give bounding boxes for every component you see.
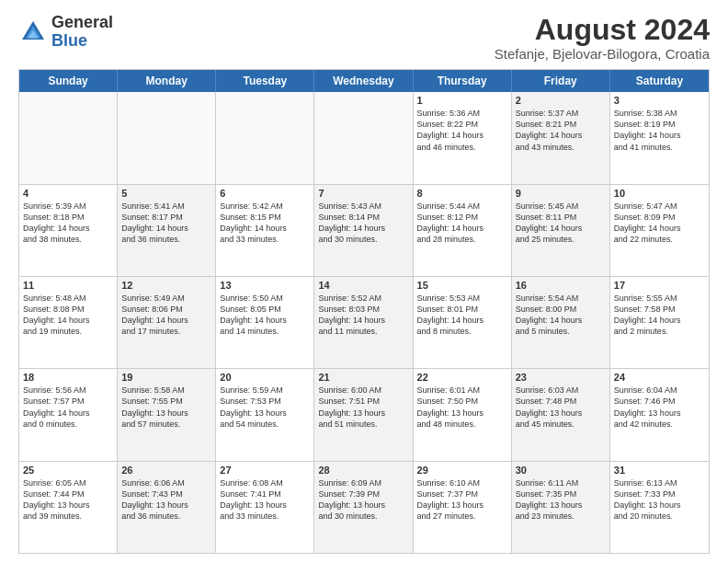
cell-text: Sunrise: 5:36 AM Sunset: 8:22 PM Dayligh… — [417, 108, 507, 153]
page: General Blue August 2024 Stefanje, Bjelo… — [0, 0, 728, 563]
calendar-cell: 8Sunrise: 5:44 AM Sunset: 8:12 PM Daylig… — [414, 185, 512, 276]
logo: General Blue — [18, 14, 113, 51]
calendar-cell: 6Sunrise: 5:42 AM Sunset: 8:15 PM Daylig… — [216, 185, 314, 276]
day-number: 11 — [23, 280, 113, 291]
calendar: SundayMondayTuesdayWednesdayThursdayFrid… — [18, 69, 710, 554]
calendar-cell: 3Sunrise: 5:38 AM Sunset: 8:19 PM Daylig… — [610, 92, 709, 183]
day-number: 22 — [417, 372, 507, 383]
cell-text: Sunrise: 5:37 AM Sunset: 8:21 PM Dayligh… — [516, 108, 606, 153]
day-number: 3 — [614, 95, 705, 106]
day-number: 25 — [23, 465, 113, 476]
day-number: 19 — [121, 372, 211, 383]
day-number: 10 — [614, 188, 705, 199]
logo-text: General Blue — [51, 14, 113, 51]
header-day-sunday: Sunday — [19, 70, 118, 92]
calendar-cell: 10Sunrise: 5:47 AM Sunset: 8:09 PM Dayli… — [610, 185, 709, 276]
cell-text: Sunrise: 5:55 AM Sunset: 7:58 PM Dayligh… — [614, 293, 705, 338]
calendar-cell: 21Sunrise: 6:00 AM Sunset: 7:51 PM Dayli… — [314, 369, 413, 460]
cell-text: Sunrise: 6:01 AM Sunset: 7:50 PM Dayligh… — [417, 385, 507, 430]
calendar-row-4: 18Sunrise: 5:56 AM Sunset: 7:57 PM Dayli… — [19, 369, 709, 461]
calendar-cell: 16Sunrise: 5:54 AM Sunset: 8:00 PM Dayli… — [512, 277, 610, 368]
cell-text: Sunrise: 5:44 AM Sunset: 8:12 PM Dayligh… — [417, 201, 507, 246]
day-number: 6 — [220, 188, 310, 199]
logo-general: General — [51, 14, 113, 32]
cell-text: Sunrise: 6:04 AM Sunset: 7:46 PM Dayligh… — [614, 385, 705, 430]
calendar-cell: 25Sunrise: 6:05 AM Sunset: 7:44 PM Dayli… — [19, 462, 118, 553]
day-number: 21 — [318, 372, 408, 383]
day-number: 20 — [220, 372, 310, 383]
day-number: 31 — [614, 465, 705, 476]
calendar-cell: 9Sunrise: 5:45 AM Sunset: 8:11 PM Daylig… — [512, 185, 610, 276]
cell-text: Sunrise: 6:13 AM Sunset: 7:33 PM Dayligh… — [614, 477, 705, 523]
cell-text: Sunrise: 6:09 AM Sunset: 7:39 PM Dayligh… — [318, 477, 408, 523]
cell-text: Sunrise: 5:47 AM Sunset: 8:09 PM Dayligh… — [614, 201, 705, 246]
calendar-cell: 18Sunrise: 5:56 AM Sunset: 7:57 PM Dayli… — [19, 369, 118, 460]
cell-text: Sunrise: 5:49 AM Sunset: 8:06 PM Dayligh… — [121, 293, 211, 338]
day-number: 15 — [417, 280, 507, 291]
title-block: August 2024 Stefanje, Bjelovar-Bilogora,… — [495, 14, 710, 62]
day-number: 16 — [516, 280, 606, 291]
calendar-cell — [216, 92, 314, 183]
cell-text: Sunrise: 5:58 AM Sunset: 7:55 PM Dayligh… — [121, 385, 211, 430]
main-title: August 2024 — [495, 14, 710, 46]
cell-text: Sunrise: 5:59 AM Sunset: 7:53 PM Dayligh… — [220, 385, 310, 430]
cell-text: Sunrise: 6:11 AM Sunset: 7:35 PM Dayligh… — [516, 477, 606, 523]
cell-text: Sunrise: 5:42 AM Sunset: 8:15 PM Dayligh… — [220, 201, 310, 246]
calendar-cell: 7Sunrise: 5:43 AM Sunset: 8:14 PM Daylig… — [314, 185, 413, 276]
header-day-friday: Friday — [512, 70, 610, 92]
day-number: 17 — [614, 280, 705, 291]
header-day-wednesday: Wednesday — [314, 70, 413, 92]
day-number: 29 — [417, 465, 507, 476]
cell-text: Sunrise: 6:03 AM Sunset: 7:48 PM Dayligh… — [516, 385, 606, 430]
calendar-cell: 28Sunrise: 6:09 AM Sunset: 7:39 PM Dayli… — [314, 462, 413, 553]
calendar-cell: 24Sunrise: 6:04 AM Sunset: 7:46 PM Dayli… — [610, 369, 709, 460]
day-number: 2 — [516, 95, 606, 106]
cell-text: Sunrise: 5:56 AM Sunset: 7:57 PM Dayligh… — [23, 385, 113, 430]
calendar-row-2: 4Sunrise: 5:39 AM Sunset: 8:18 PM Daylig… — [19, 185, 709, 277]
day-number: 14 — [318, 280, 408, 291]
day-number: 28 — [318, 465, 408, 476]
cell-text: Sunrise: 6:00 AM Sunset: 7:51 PM Dayligh… — [318, 385, 408, 430]
cell-text: Sunrise: 5:45 AM Sunset: 8:11 PM Dayligh… — [516, 201, 606, 246]
calendar-cell: 26Sunrise: 6:06 AM Sunset: 7:43 PM Dayli… — [118, 462, 216, 553]
cell-text: Sunrise: 6:10 AM Sunset: 7:37 PM Dayligh… — [417, 477, 507, 523]
calendar-header: SundayMondayTuesdayWednesdayThursdayFrid… — [19, 70, 709, 92]
cell-text: Sunrise: 5:53 AM Sunset: 8:01 PM Dayligh… — [417, 293, 507, 338]
day-number: 1 — [417, 95, 507, 106]
header-day-tuesday: Tuesday — [216, 70, 314, 92]
day-number: 26 — [121, 465, 211, 476]
cell-text: Sunrise: 5:41 AM Sunset: 8:17 PM Dayligh… — [121, 201, 211, 246]
calendar-cell: 30Sunrise: 6:11 AM Sunset: 7:35 PM Dayli… — [512, 462, 610, 553]
calendar-cell: 14Sunrise: 5:52 AM Sunset: 8:03 PM Dayli… — [314, 277, 413, 368]
cell-text: Sunrise: 6:06 AM Sunset: 7:43 PM Dayligh… — [121, 477, 211, 523]
day-number: 27 — [220, 465, 310, 476]
cell-text: Sunrise: 5:48 AM Sunset: 8:08 PM Dayligh… — [23, 293, 113, 338]
calendar-cell: 1Sunrise: 5:36 AM Sunset: 8:22 PM Daylig… — [414, 92, 512, 183]
day-number: 18 — [23, 372, 113, 383]
cell-text: Sunrise: 5:38 AM Sunset: 8:19 PM Dayligh… — [614, 108, 705, 153]
cell-text: Sunrise: 5:43 AM Sunset: 8:14 PM Dayligh… — [318, 201, 408, 246]
calendar-cell: 20Sunrise: 5:59 AM Sunset: 7:53 PM Dayli… — [216, 369, 314, 460]
day-number: 5 — [121, 188, 211, 199]
calendar-row-1: 1Sunrise: 5:36 AM Sunset: 8:22 PM Daylig… — [19, 92, 709, 184]
calendar-cell: 11Sunrise: 5:48 AM Sunset: 8:08 PM Dayli… — [19, 277, 118, 368]
calendar-cell: 13Sunrise: 5:50 AM Sunset: 8:05 PM Dayli… — [216, 277, 314, 368]
calendar-cell: 23Sunrise: 6:03 AM Sunset: 7:48 PM Dayli… — [512, 369, 610, 460]
header-day-monday: Monday — [118, 70, 216, 92]
calendar-row-5: 25Sunrise: 6:05 AM Sunset: 7:44 PM Dayli… — [19, 462, 709, 553]
cell-text: Sunrise: 5:54 AM Sunset: 8:00 PM Dayligh… — [516, 293, 606, 338]
calendar-cell: 29Sunrise: 6:10 AM Sunset: 7:37 PM Dayli… — [414, 462, 512, 553]
day-number: 8 — [417, 188, 507, 199]
cell-text: Sunrise: 6:08 AM Sunset: 7:41 PM Dayligh… — [220, 477, 310, 523]
subtitle: Stefanje, Bjelovar-Bilogora, Croatia — [495, 46, 710, 62]
logo-icon — [18, 17, 48, 47]
calendar-cell: 12Sunrise: 5:49 AM Sunset: 8:06 PM Dayli… — [118, 277, 216, 368]
calendar-cell: 27Sunrise: 6:08 AM Sunset: 7:41 PM Dayli… — [216, 462, 314, 553]
calendar-cell: 22Sunrise: 6:01 AM Sunset: 7:50 PM Dayli… — [414, 369, 512, 460]
logo-blue: Blue — [51, 32, 113, 51]
calendar-cell: 4Sunrise: 5:39 AM Sunset: 8:18 PM Daylig… — [19, 185, 118, 276]
header-day-thursday: Thursday — [414, 70, 512, 92]
calendar-cell: 31Sunrise: 6:13 AM Sunset: 7:33 PM Dayli… — [610, 462, 709, 553]
cell-text: Sunrise: 5:50 AM Sunset: 8:05 PM Dayligh… — [220, 293, 310, 338]
calendar-cell: 17Sunrise: 5:55 AM Sunset: 7:58 PM Dayli… — [610, 277, 709, 368]
